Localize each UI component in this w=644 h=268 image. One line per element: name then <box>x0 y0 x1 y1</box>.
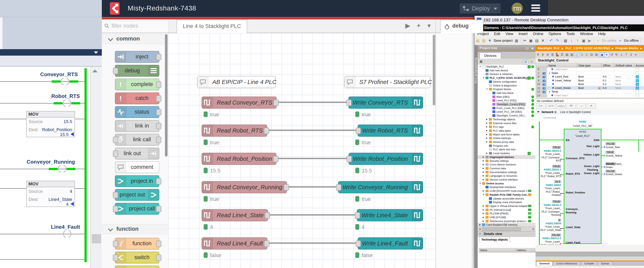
menu-edit[interactable]: Edit <box>494 32 500 36</box>
cell-accessible[interactable] <box>634 71 644 75</box>
lad-instruction-button[interactable]: ↱ <box>586 103 596 109</box>
tia-vertical-tab-plc-programming[interactable]: PLC programming <box>475 45 478 268</box>
table-row[interactable]: 8◄Line4_RedBool0.0false✓ <box>536 75 644 79</box>
comment-node[interactable]: AB EIP/CIP - Line 4 PLC <box>197 76 276 88</box>
tree-expand-icon[interactable]: ▶ <box>479 224 481 226</box>
palette-node-catch[interactable]: !catch <box>115 92 159 104</box>
tree-expand-icon[interactable]: ▶ <box>483 209 484 211</box>
tree-expand-icon[interactable]: ▶ <box>483 190 484 192</box>
rdp-title-bar[interactable]: 192.168.0.137 - Remote Desktop Connectio… <box>475 16 644 24</box>
toolbar-icon[interactable]: ▶ <box>587 38 592 43</box>
accessible-checkbox[interactable] <box>636 94 639 97</box>
toolbar-icon[interactable]: ✂ <box>522 38 528 43</box>
palette-node-inject[interactable]: inject <box>115 51 159 63</box>
editor-toolbar-icon[interactable]: ✦ <box>604 52 609 57</box>
palette-category-function[interactable]: function <box>102 224 168 234</box>
column-header-data-type[interactable]: Data type <box>577 63 602 67</box>
tree-collapse-icon[interactable]: ▼ <box>479 182 481 184</box>
cell-offset[interactable] <box>602 90 614 93</box>
pin-panel-icon[interactable]: ▯▯ <box>526 46 529 50</box>
table-row[interactable]: 11◄Line4_GreenBool▤0.3false✓ <box>536 86 644 90</box>
cell-name[interactable]: ▼Static <box>547 71 577 75</box>
palette-node-link-out[interactable]: link out <box>115 148 159 159</box>
tree-expand-icon[interactable]: ▶ <box>483 160 484 162</box>
inspector-tab-cross-references[interactable]: Cross-references <box>553 261 580 266</box>
tab-scroll-button[interactable]: ▶ <box>405 22 410 29</box>
flow-node-write[interactable]: Write Line4_State <box>357 209 423 221</box>
palette-node-project-call[interactable]: project call <box>115 203 159 215</box>
toolbar-icon[interactable]: ▥ <box>481 38 486 43</box>
deploy-options-caret-icon[interactable] <box>494 8 497 10</box>
cell-datatype[interactable] <box>577 90 602 93</box>
cell-offset[interactable] <box>602 94 614 97</box>
flow-node-write[interactable]: Write Conveyor_Running <box>338 181 423 193</box>
accessible-checkbox[interactable]: ✓ <box>636 79 639 82</box>
flow-node-read[interactable]: Read Conveyor_Running <box>202 181 287 193</box>
accessible-checkbox[interactable]: ✓ <box>636 75 639 79</box>
toolbar-save-project-label[interactable]: Save project <box>494 37 513 44</box>
tree-collapse-icon[interactable]: ▼ <box>486 88 488 90</box>
tab-line4-to-stacklight-plc[interactable]: Line 4 to Stacklight PLC <box>177 20 247 33</box>
menu-help[interactable]: Help <box>598 32 606 36</box>
toolbar-go-offline-label[interactable]: Go offline <box>624 37 638 44</box>
fb-block[interactable]: %FB2"Line4_PLC"ENENOConveyor_RTSRobot_RT… <box>564 129 602 244</box>
tree-expand-icon[interactable]: ▶ <box>486 137 488 139</box>
cell-accessible[interactable]: ✓ <box>634 75 644 79</box>
cell-default[interactable]: false <box>614 86 634 90</box>
toolbar-icon[interactable]: ▦ <box>563 38 568 43</box>
toolbar-icon[interactable]: ✕ <box>540 38 546 43</box>
cell-offset[interactable]: 0.0 <box>602 75 614 79</box>
toolbar-icon[interactable]: ▣ <box>528 38 534 43</box>
tree-expand-icon[interactable]: ▶ <box>483 205 484 207</box>
lad-instruction-button[interactable]: ?? <box>566 103 576 109</box>
flow-node-write[interactable]: Write Line4_Fault <box>358 237 423 250</box>
scroll-up-icon[interactable] <box>92 69 98 72</box>
tab-list-caret[interactable]: ▾ <box>428 22 431 29</box>
cell-offset[interactable] <box>602 67 614 71</box>
palette-node-debug[interactable]: debug <box>115 65 159 77</box>
main-menu-icon[interactable] <box>531 4 540 12</box>
coil-symbol[interactable] <box>63 230 72 238</box>
editor-toolbar-icon[interactable]: ⇣ <box>619 52 624 57</box>
editor-toolbar-icon[interactable]: ⇟ <box>540 52 545 57</box>
tree-expand-icon[interactable]: ▶ <box>483 216 484 218</box>
cell-accessible[interactable]: ✓ <box>634 82 644 86</box>
editor-toolbar-icon[interactable]: ↺ <box>610 52 614 57</box>
lad-instruction-button[interactable]: → <box>576 103 586 109</box>
editor-toolbar-icon[interactable]: ☰ <box>560 52 564 57</box>
tree-expand-icon[interactable]: ▶ <box>483 212 484 214</box>
coil-symbol[interactable] <box>62 99 72 108</box>
flow-canvas[interactable]: AB EIP/CIP - Line 4 PLCS7 Profinet - Sta… <box>168 33 436 268</box>
tree-expand-icon[interactable]: ▶ <box>483 171 484 173</box>
tree-expand-icon[interactable]: ➜ <box>529 60 534 64</box>
palette-node-switch[interactable]: switch <box>115 252 159 263</box>
editor-toolbar-icon[interactable]: ⍈ <box>580 52 584 57</box>
cell-datatype[interactable]: Bool▤ <box>577 86 602 90</box>
network-collapse-icon[interactable] <box>537 111 540 113</box>
tree-view-icon[interactable]: ☰ <box>523 60 528 64</box>
scroll-left-icon[interactable]: ◀ <box>479 228 480 230</box>
flow-node-read[interactable]: Read Robot_RTS <box>202 125 267 137</box>
palette-search[interactable]: filter nodes <box>102 19 169 33</box>
tree-expand-icon[interactable]: ▶ <box>486 118 488 120</box>
flow-node-read[interactable]: Read Line4_State <box>202 209 268 221</box>
coil-symbol[interactable] <box>58 164 66 173</box>
network-comment[interactable]: Comment <box>536 115 644 120</box>
tab-devices[interactable]: Devices <box>480 53 501 59</box>
flowfuse-logo-icon[interactable] <box>110 2 120 15</box>
editor-toolbar-icon[interactable]: ≣ <box>550 52 555 57</box>
tree-collapse-icon[interactable]: ▼ <box>483 77 484 79</box>
tia-title-bar[interactable]: TIAV17 Siemens - C:\Users\richard\Docume… <box>475 24 644 31</box>
flow-node-write[interactable]: Write Robot_RTS <box>358 125 423 137</box>
editor-toolbar-icon[interactable]: ▤ <box>565 52 569 57</box>
palette-node-status[interactable]: status <box>115 106 159 118</box>
cell-accessible[interactable]: ✓ <box>634 79 644 82</box>
cell-default[interactable] <box>614 90 634 93</box>
accessible-checkbox[interactable]: ✓ <box>636 87 639 90</box>
editor-splitter[interactable] <box>536 252 644 257</box>
palette-node-function[interactable]: ffunction <box>115 238 159 250</box>
cell-accessible[interactable] <box>634 90 644 93</box>
toolbar-go-online-label[interactable]: Go online <box>602 37 616 44</box>
cell-name[interactable]: Line4_Yellow <box>547 79 577 82</box>
palette-node-comment[interactable]: comment <box>115 161 159 173</box>
